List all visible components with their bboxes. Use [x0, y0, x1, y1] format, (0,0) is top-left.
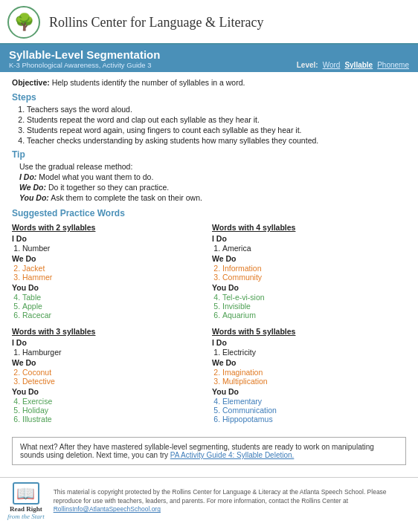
syllable-group-3-title: Words with 3 syllables — [12, 327, 206, 336]
list-item: Apple — [22, 302, 206, 311]
syllable-group-4-title: Words with 4 syllables — [212, 223, 406, 232]
list-item: Students repeat the word and clap out ea… — [27, 115, 406, 124]
footer-copy: This material is copyright protected by … — [54, 488, 411, 515]
role-wedo-2: We Do — [12, 254, 206, 263]
title-bar-main: Syllable-Level Segmentation — [9, 48, 160, 61]
syllable-group-2-title: Words with 2 syllables — [12, 223, 206, 232]
book-icon: 📖 — [16, 484, 35, 502]
tip-block: Tip Use the gradual release method: I Do… — [12, 149, 406, 202]
list-item: Information — [222, 264, 406, 273]
logo: 🌳 — [7, 6, 40, 39]
footer-email-link[interactable]: RollinsInfo@AtlantaSpeechSchool.org — [54, 505, 161, 513]
footer-logo-text2: from the Start — [7, 513, 45, 520]
word-list-4-youdo: Tel-e-vi-sion Invisible Aquarium — [222, 293, 406, 319]
list-item: Holiday — [22, 406, 206, 415]
role-ido-3: I Do — [12, 338, 206, 347]
steps-list: Teachers says the word aloud. Students r… — [27, 105, 406, 145]
list-item: Table — [22, 293, 206, 302]
objective-prefix: Objective: — [12, 78, 52, 87]
list-item: Hamburger — [22, 348, 206, 357]
list-item: Invisible — [222, 302, 406, 311]
tip-wedo: We Do: Do it together so they can practi… — [19, 183, 406, 192]
word-list-4-wedo: Information Community — [222, 264, 406, 282]
word-list-2-wedo: Jacket Hammer — [22, 264, 206, 282]
word-list-4-ido: America — [222, 244, 406, 253]
page: 🌳 Rollins Center for Language & Literacy… — [0, 0, 418, 525]
role-ido-2: I Do — [12, 234, 206, 243]
tip-youdo-text: Ask them to complete the task on their o… — [51, 193, 202, 202]
what-next-box: What next? After they have mastered syll… — [12, 437, 406, 465]
title-bar: Syllable-Level Segmentation K-3 Phonolog… — [0, 45, 418, 72]
word-list-2-youdo: Table Apple Racecar — [22, 293, 206, 319]
tip-youdo: You Do: Ask them to complete the task on… — [19, 193, 406, 202]
syllable-group-2: Words with 2 syllables I Do Number We Do… — [12, 223, 206, 319]
list-item: Teacher checks understanding by asking s… — [27, 136, 406, 145]
role-wedo-4: We Do — [212, 254, 406, 263]
practice-right-col: Words with 4 syllables I Do America We D… — [212, 223, 406, 431]
list-item: Exercise — [22, 397, 206, 406]
level-syllable[interactable]: Syllable — [344, 61, 373, 69]
level-label: Level: — [297, 61, 318, 69]
list-item: Imagination — [222, 368, 406, 377]
list-item: Teachers says the word aloud. — [27, 105, 406, 114]
list-item: America — [222, 244, 406, 253]
list-item: Communication — [222, 406, 406, 415]
list-item: Hammer — [22, 273, 206, 282]
word-list-3-ido: Hamburger — [22, 348, 206, 357]
tip-wedo-text: Do it together so they can practice. — [48, 183, 169, 192]
header-title: Rollins Center for Language & Literacy — [49, 15, 263, 30]
list-item: Elementary — [222, 397, 406, 406]
tip-intro: Use the gradual release method: — [19, 162, 406, 171]
role-youdo-5: You Do — [212, 387, 406, 396]
tip-ido-label: I Do: — [19, 172, 36, 181]
syllable-group-3: Words with 3 syllables I Do Hamburger We… — [12, 327, 206, 424]
footer-logo-text: Read Right — [10, 505, 42, 513]
word-list-5-wedo: Imagination Multiplication — [222, 368, 406, 386]
list-item: Jacket — [22, 264, 206, 273]
list-item: Aquarium — [222, 311, 406, 319]
suggested-heading: Suggested Practice Words — [12, 208, 406, 218]
role-ido-4: I Do — [212, 234, 406, 243]
practice-left-col: Words with 2 syllables I Do Number We Do… — [12, 223, 206, 431]
word-list-2-ido: Number — [22, 244, 206, 253]
word-list-3-youdo: Exercise Holiday Illustrate — [22, 397, 206, 424]
role-wedo-5: We Do — [212, 358, 406, 367]
list-item: Multiplication — [222, 377, 406, 386]
word-list-5-ido: Electricity — [222, 348, 406, 357]
list-item: Hippopotamus — [222, 415, 406, 424]
list-item: Coconut — [22, 368, 206, 377]
list-item: Electricity — [222, 348, 406, 357]
list-item: Detective — [22, 377, 206, 386]
practice-columns: Words with 2 syllables I Do Number We Do… — [12, 223, 406, 431]
syllable-group-4: Words with 4 syllables I Do America We D… — [212, 223, 406, 319]
list-item: Tel-e-vi-sion — [222, 293, 406, 302]
steps-heading: Steps — [12, 92, 406, 103]
syllable-group-5-title: Words with 5 syllables — [212, 327, 406, 336]
role-youdo-4: You Do — [212, 283, 406, 292]
tip-wedo-label: We Do: — [19, 183, 46, 192]
level-word[interactable]: Word — [323, 61, 341, 69]
role-youdo-3: You Do — [12, 387, 206, 396]
list-item: Racecar — [22, 311, 206, 319]
level-phoneme[interactable]: Phoneme — [377, 61, 409, 69]
content: Objective: Help students identify the nu… — [0, 72, 418, 477]
list-item: Students repeat word again, using finger… — [27, 126, 406, 134]
list-item: Number — [22, 244, 206, 253]
role-wedo-3: We Do — [12, 358, 206, 367]
footer-logo: 📖 Read Right from the Start — [7, 482, 45, 520]
list-item: Illustrate — [22, 415, 206, 424]
footer-logo-icon: 📖 — [13, 482, 39, 505]
word-list-5-youdo: Elementary Communication Hippopotamus — [222, 397, 406, 424]
header: 🌳 Rollins Center for Language & Literacy — [0, 0, 418, 45]
tip-ido-text: Model what you want them to do. — [39, 172, 153, 181]
tip-heading: Tip — [12, 149, 406, 160]
objective: Objective: Help students identify the nu… — [12, 78, 406, 87]
role-youdo-2: You Do — [12, 283, 206, 292]
tree-icon: 🌳 — [14, 13, 34, 32]
pa-guide-link[interactable]: PA Activity Guide 4: Syllable Deletion. — [170, 451, 295, 459]
tip-ido: I Do: Model what you want them to do. — [19, 172, 406, 181]
objective-text: Help students identify the number of syl… — [52, 78, 245, 87]
footer: 📖 Read Right from the Start This materia… — [0, 477, 418, 525]
list-item: Community — [222, 273, 406, 282]
title-bar-sub: K-3 Phonological Awareness, Activity Gui… — [9, 61, 160, 69]
